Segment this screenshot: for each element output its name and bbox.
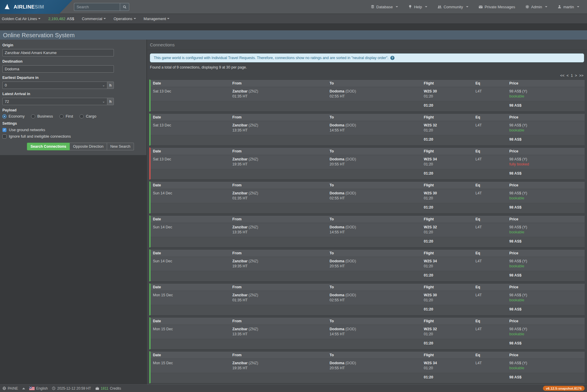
payload-cargo-label: Cargo — [86, 114, 96, 118]
pagination-first[interactable]: << — [560, 74, 565, 78]
arrival-time: 14:55 HT — [329, 230, 345, 234]
column-flight: Flight — [421, 148, 473, 155]
connection-card[interactable]: Date From To Flight Eq Price Mon 15 Dec … — [149, 351, 585, 383]
arrival-time: 20:55 HT — [329, 162, 345, 166]
connection-card[interactable]: Date From To Flight Eq Price Sun 14 Dec … — [149, 181, 585, 214]
connection-header-row: Date From To Flight Eq Price — [151, 318, 585, 325]
brand-area[interactable]: AIRLINESIM — [0, 0, 72, 14]
leg-equipment: L4T — [473, 189, 507, 203]
menu-private-messages[interactable]: Private Messages — [478, 5, 515, 9]
leg-from: Zanzibar (ZNZ) 01:35 HT — [230, 87, 327, 101]
flight-number[interactable]: W2S 32 — [424, 123, 437, 127]
pagination-next[interactable]: > — [575, 74, 577, 78]
menu-commercial-label: Commercial — [82, 17, 102, 21]
connection-card[interactable]: Date From To Flight Eq Price Sat 13 Dec … — [149, 79, 585, 112]
leg-from: Zanzibar (ZNZ) 13:35 HT — [230, 223, 327, 237]
airline-menu[interactable]: Golden Cat Air Lines — [2, 17, 41, 21]
leg-from: Zanzibar (ZNZ) 19:35 HT — [230, 257, 327, 271]
origin-input[interactable] — [2, 49, 114, 56]
search-input[interactable] — [74, 3, 120, 11]
search-form-panel: Origin Destination Earliest Departure in… — [0, 40, 146, 155]
chevron-down-icon — [466, 6, 468, 7]
connection-card[interactable]: Date From To Flight Eq Price Sun 14 Dec … — [149, 249, 585, 282]
leg-duration: 01:20 — [424, 94, 433, 98]
connection-card[interactable]: Date From To Flight Eq Price Sat 13 Dec … — [149, 147, 585, 180]
column-flight: Flight — [421, 114, 473, 121]
use-ground-networks-checkbox[interactable]: ✓ Use ground networks — [2, 128, 143, 132]
menu-help[interactable]: Help — [408, 5, 427, 9]
balance-amount[interactable]: 2,193,482 — [48, 17, 65, 21]
envelope-icon — [478, 5, 483, 9]
flight-number[interactable]: W2S 30 — [424, 89, 437, 93]
airlinesim-logo-icon — [4, 3, 11, 11]
payload-first-radio[interactable]: First — [59, 114, 73, 118]
search-connections-button[interactable]: Search Connections — [27, 143, 70, 150]
connection-card[interactable]: Date From To Flight Eq Price Sun 14 Dec … — [149, 215, 585, 248]
help-circle-icon[interactable]: ? — [390, 56, 394, 60]
latest-arrival-select[interactable]: 72 ⌄ — [2, 98, 107, 105]
flight-number[interactable]: W2S 30 — [424, 191, 437, 195]
new-search-button[interactable]: New Search — [107, 143, 134, 150]
leg-duration: 01:20 — [424, 230, 433, 234]
airline-navbar: Golden Cat Air Lines 2,193,482 AS$ Comme… — [0, 14, 587, 23]
menu-database[interactable]: Database — [371, 5, 398, 9]
pagination-last[interactable]: >> — [579, 74, 583, 78]
menu-community[interactable]: Community — [437, 5, 468, 9]
credits-amount: 1811 — [101, 386, 109, 391]
leg-date: Sat 13 Dec — [151, 155, 230, 169]
connection-card[interactable]: Date From To Flight Eq Price Mon 15 Dec … — [149, 283, 585, 315]
price-value: 98 AS$ (Y) — [509, 89, 527, 93]
arrival-time: 02:55 HT — [329, 196, 345, 200]
flight-number[interactable]: W2S 34 — [424, 259, 437, 263]
leg-price: 98 AS$ (Y) bookable — [507, 291, 585, 305]
departure-time: 19:35 HT — [232, 264, 248, 268]
leg-flight: W2S 30 01:20 — [421, 291, 473, 305]
departure-time: 19:35 HT — [232, 366, 248, 370]
connection-summary-row: 01:20 98 AS$ — [151, 135, 585, 145]
ignore-full-connections-checkbox[interactable]: ✓ Ignore full and ineligible connections — [2, 134, 143, 139]
server-indicator[interactable]: PAINE — [2, 386, 18, 391]
radio-icon — [31, 114, 35, 118]
flight-number[interactable]: W2S 32 — [424, 327, 437, 331]
flight-number[interactable]: W2S 34 — [424, 157, 437, 161]
menu-operations[interactable]: Operations — [114, 17, 136, 21]
payload-economy-radio[interactable]: Economy — [2, 114, 25, 118]
total-duration: 01:20 — [421, 135, 473, 145]
menu-commercial[interactable]: Commercial — [82, 17, 106, 21]
payload-business-radio[interactable]: Business — [31, 114, 53, 118]
page-title-bar: Online Reservation System — [0, 30, 587, 40]
flight-number[interactable]: W2S 32 — [424, 225, 437, 229]
leg-date: Mon 15 Dec — [151, 325, 230, 339]
language-selector[interactable]: English — [29, 386, 48, 391]
earliest-departure-select[interactable]: 0 ⌄ — [2, 82, 107, 89]
menu-management[interactable]: Management — [144, 17, 170, 21]
account-balance: 2,193,482 AS$ — [48, 17, 74, 21]
leg-date: Sun 14 Dec — [151, 257, 230, 271]
menu-user[interactable]: martin — [557, 5, 579, 9]
flight-number[interactable]: W2S 34 — [424, 361, 437, 365]
connection-card[interactable]: Date From To Flight Eq Price Mon 15 Dec … — [149, 317, 585, 349]
menu-admin[interactable]: Admin — [525, 5, 547, 9]
credits-indicator[interactable]: 1811 Credits — [95, 386, 121, 391]
opposite-direction-button[interactable]: Opposite Direction — [70, 143, 107, 150]
content: Origin Destination Earliest Departure in… — [0, 40, 587, 392]
connection-summary-row: 01:20 98 AS$ — [151, 305, 585, 315]
leg-price: 98 AS$ (Y) bookable — [507, 189, 585, 203]
to-airport-code: (DOD) — [345, 361, 356, 365]
leg-price: 98 AS$ (Y) bookable — [507, 121, 585, 135]
connection-card[interactable]: Date From To Flight Eq Price Sat 13 Dec … — [149, 113, 585, 146]
column-from: From — [230, 250, 327, 257]
clock-icon — [52, 386, 56, 390]
connection-leg-row: Sun 14 Dec Zanzibar (ZNZ) 19:35 HT Dodom… — [151, 257, 585, 271]
search-button[interactable] — [120, 3, 129, 11]
column-from: From — [230, 284, 327, 291]
pagination-page[interactable]: 1 — [571, 74, 573, 78]
pagination-prev[interactable]: < — [567, 74, 569, 78]
collapse-up-icon[interactable] — [22, 388, 25, 389]
payload-cargo-radio[interactable]: Cargo — [80, 114, 96, 118]
flight-number[interactable]: W2S 30 — [424, 293, 437, 297]
leg-flight: W2S 32 01:20 — [421, 325, 473, 339]
menu-operations-label: Operations — [114, 17, 132, 21]
destination-input[interactable] — [2, 65, 114, 73]
arrival-time: 02:55 HT — [329, 298, 345, 302]
